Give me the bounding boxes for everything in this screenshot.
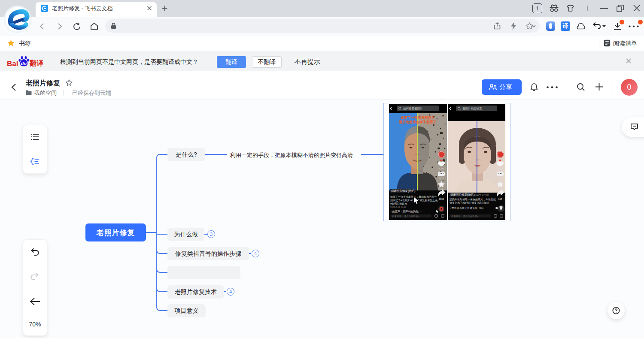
svg-text:有爱评论，说点儿好听的~: 有爱评论，说点儿好听的~ (392, 215, 419, 218)
svg-text:如何修复老照片: 如何修复老照片 (403, 107, 423, 110)
svg-text:16.8w: 16.8w (497, 167, 504, 170)
svg-text:修复到来了#老照片修复 #武汉加油: 修复到来了#老照片修复 #武汉加油 (450, 201, 489, 205)
svg-text:2.3w: 2.3w (498, 177, 503, 180)
svg-text:#老照片动起来: #老照片动起来 (390, 202, 407, 205)
svg-text:@老照片修复(拾忆): @老照片修复(拾忆) (391, 189, 415, 193)
svg-text:♪ 世界这么大还是遇见你（局）: ♪ 世界这么大还是遇见你（局） (450, 206, 485, 210)
svg-text:du: du (21, 61, 27, 66)
svg-text:618: 618 (498, 198, 502, 200)
svg-text:4.3w: 4.3w (439, 167, 444, 170)
svg-text:2021-3-12 11:46: 2021-3-12 11:46 (390, 206, 406, 208)
svg-text:老照片动态修复: 老照片动态修复 (462, 107, 482, 110)
svg-text:有爱评论，说点儿好听的~: 有爱评论，说点儿好听的~ (451, 215, 479, 218)
svg-text:1865: 1865 (439, 198, 444, 200)
svg-text:最后动起来的样子超赞了: 最后动起来的样子超赞了 (398, 120, 437, 124)
svg-text:奶奶年轻时候唯一保存的照片，年轻能把: 奶奶年轻时候唯一保存的照片，年轻能把 (450, 198, 496, 201)
svg-text:♪ 的原声（原声中的插曲）Ⅰ: ♪ 的原声（原声中的插曲）Ⅰ (390, 210, 422, 213)
svg-text:修复了一张爷爷老照片: 修复了一张爷爷老照片 (400, 116, 435, 120)
svg-text:@老照片修复(拾忆): @老照片修复(拾忆) (450, 193, 474, 196)
svg-text:5822: 5822 (439, 177, 444, 180)
svg-text:· 2020年2月5日: · 2020年2月5日 (473, 193, 489, 196)
